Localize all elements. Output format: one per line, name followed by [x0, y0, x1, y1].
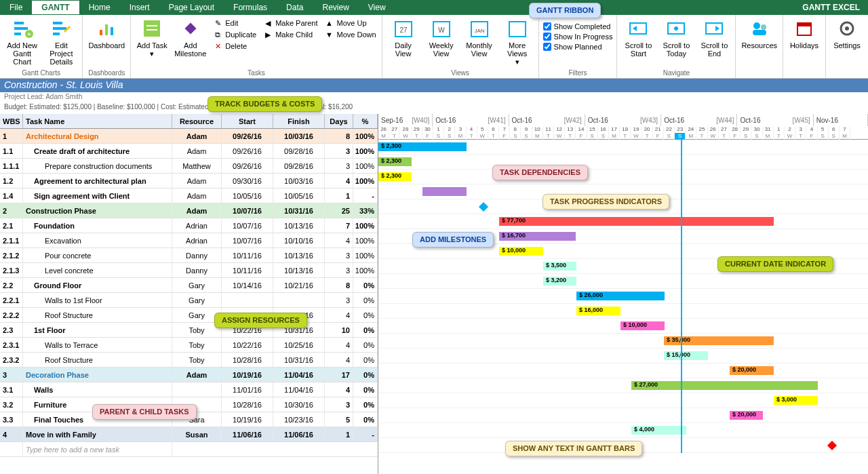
project-lead: Project Lead: Adam Smith: [0, 92, 868, 103]
bar-cost: $ 10,000: [502, 247, 526, 254]
menu-file[interactable]: File: [0, 1, 32, 14]
dashboard-button[interactable]: Dashboard: [85, 16, 127, 51]
menu-page layout[interactable]: Page Layout: [159, 1, 224, 14]
task-row[interactable]: 2.1FoundationAdrian10/07/1610/13/167100%: [0, 218, 378, 233]
delete-button[interactable]: ✕Delete: [210, 41, 259, 52]
menu-view[interactable]: View: [359, 1, 395, 14]
scroll-today-button[interactable]: Scroll to Today: [658, 16, 694, 59]
task-row[interactable]: 1.4Sign agreement with ClientAdam10/05/1…: [0, 189, 378, 203]
holidays-button[interactable]: Holidays: [786, 16, 823, 51]
bar-cost: $ 2,300: [381, 172, 401, 179]
menu-bar: FileGANTTHomeInsertPage LayoutFormulasDa…: [0, 0, 868, 15]
edit-task-button[interactable]: ✎Edit: [210, 18, 259, 28]
scroll-start-button[interactable]: Scroll to Start: [620, 16, 656, 59]
bar-cost: $ 35,000: [667, 336, 690, 343]
bar-cost: $ 20,000: [732, 366, 756, 373]
callout-deps: TASK DEPENDENCIES: [492, 165, 588, 180]
ribbon: +Add New Gantt Chart Edit Project Detail…: [0, 15, 868, 79]
task-row[interactable]: 1Architectural DesignAdam09/26/1610/03/1…: [0, 129, 378, 144]
task-row[interactable]: 1.2Agreement to architectural planAdam09…: [0, 174, 378, 189]
indent-icon: ▶: [263, 30, 273, 39]
svg-rect-28: [753, 30, 766, 35]
scroll-end-button[interactable]: Scroll to End: [696, 16, 732, 59]
gantt-row: $ 2,300: [378, 155, 868, 170]
task-row[interactable]: 2.2.2Roof StructureGary10/18/1610/21/164…: [0, 308, 378, 323]
task-row[interactable]: 3Decoration PhaseAdam10/19/1611/04/16170…: [0, 368, 378, 382]
menu-gantt[interactable]: GANTT: [32, 1, 79, 14]
new-task-row[interactable]: Type here to add a new task: [0, 442, 378, 457]
task-row[interactable]: 1.1Create draft of architectureAdam09/26…: [0, 144, 378, 159]
menu-data[interactable]: Data: [277, 1, 313, 14]
show-planned-check[interactable]: Show Planned: [542, 42, 614, 52]
bar-cost: $ 2,300: [381, 142, 401, 149]
menu-home[interactable]: Home: [79, 1, 120, 14]
task-row[interactable]: 2.2Ground FloorGary10/14/1610/21/1680%: [0, 278, 378, 293]
gantt-row: $ 20,000: [378, 363, 868, 378]
gantt-row: $ 27,000: [378, 378, 868, 393]
monthly-view-button[interactable]: JANMonthly View: [461, 16, 498, 59]
svg-point-32: [845, 26, 849, 31]
timeline-header: Sep-16[W40]Oct-16[W41]Oct-16[W42]Oct-16[…: [378, 114, 868, 140]
task-row[interactable]: 2.31st FloorToby10/22/1610/31/16100%: [0, 323, 378, 338]
task-row[interactable]: 1.1.1Prepare construction documentsMatth…: [0, 159, 378, 174]
daily-view-button[interactable]: 27Daily View: [385, 16, 422, 59]
task-row[interactable]: 2.1.1ExcavationAdrian10/07/1610/10/16410…: [0, 233, 378, 248]
task-row[interactable]: 2.1.2Pour concreteDanny10/11/1610/13/163…: [0, 248, 378, 263]
menu-review[interactable]: Review: [313, 1, 358, 14]
svg-rect-9: [105, 24, 108, 35]
duplicate-button[interactable]: ⧉Duplicate: [210, 29, 259, 40]
more-views-button[interactable]: More Views ▾: [499, 16, 536, 67]
show-completed-check[interactable]: Show Completed: [542, 22, 614, 31]
add-gantt-button[interactable]: +Add New Gantt Chart: [3, 16, 41, 67]
menu-insert[interactable]: Insert: [120, 1, 159, 14]
gantt-row: $ 2,300: [378, 170, 868, 184]
bar-cost: $ 27,000: [634, 381, 658, 388]
svg-text:W: W: [438, 26, 445, 34]
callout-current-date: CURRENT DATE INDICATOR: [717, 256, 833, 272]
svg-rect-10: [111, 27, 113, 35]
callout-bar-text: SHOW ANY TEXT IN GANTT BARS: [505, 441, 642, 456]
bar-cost: $ 16,000: [579, 307, 603, 313]
callout-milestones: ADD MILESTONES: [412, 232, 494, 248]
task-row[interactable]: 2.2.1Walls to 1st FloorGary30%: [0, 293, 378, 308]
bar-cost: $ 10,000: [623, 321, 647, 328]
app-title: GANTT EXCEL: [802, 3, 868, 12]
add-task-button[interactable]: Add Task ▾: [134, 16, 170, 59]
bar-cost: $ 2,300: [381, 157, 401, 164]
gantt-row: $ 77,700: [378, 214, 868, 229]
task-row[interactable]: 2.3.2Roof StructureToby10/28/1610/31/164…: [0, 353, 378, 368]
settings-button[interactable]: Settings: [829, 16, 865, 51]
milestone-icon[interactable]: [479, 202, 488, 212]
resources-button[interactable]: Resources: [738, 16, 780, 51]
gantt-row: $ 15,000: [378, 349, 868, 363]
move-down-button[interactable]: ▼Move Down: [322, 29, 379, 40]
svg-rect-21: [509, 22, 526, 37]
callout-ribbon: GANTT RIBBON: [529, 3, 601, 18]
make-parent-button[interactable]: ◀Make Parent: [260, 18, 320, 28]
gantt-bar[interactable]: [499, 217, 774, 226]
task-row[interactable]: 4Move in with FamilySusan11/06/1611/06/1…: [0, 427, 378, 442]
make-child-button[interactable]: ▶Make Child: [260, 29, 320, 40]
outdent-icon: ◀: [263, 18, 273, 28]
add-milestone-button[interactable]: Add Milestone: [172, 16, 209, 59]
gantt-row: $ 4,000: [378, 423, 868, 438]
svg-rect-8: [100, 30, 102, 35]
bar-cost: $ 15,000: [667, 351, 690, 358]
task-table: WBS Task Name Resource Start Finish Days…: [0, 114, 378, 474]
task-row[interactable]: 3.1Walls11/01/1611/04/1640%: [0, 382, 378, 397]
bar-cost: $ 3,200: [546, 277, 566, 283]
weekly-view-button[interactable]: WWeekly View: [423, 16, 460, 59]
edit-project-button[interactable]: Edit Project Details: [43, 16, 79, 67]
gantt-bar[interactable]: [422, 187, 467, 196]
gantt-bar[interactable]: [631, 381, 818, 390]
show-progress-check[interactable]: Show In Progress: [542, 32, 614, 41]
task-row[interactable]: 2.1.3Level concreteDanny10/11/1610/13/16…: [0, 263, 378, 278]
menu-formulas[interactable]: Formulas: [224, 1, 277, 14]
bar-cost: $ 3,500: [546, 262, 566, 269]
bar-cost: $ 3,000: [776, 396, 797, 403]
svg-rect-25: [706, 23, 722, 34]
task-row[interactable]: 2Construction PhaseAdam10/07/1610/31/162…: [0, 203, 378, 218]
milestone-icon[interactable]: [827, 441, 837, 450]
task-row[interactable]: 2.3.1Walls to TerraceToby10/22/1610/25/1…: [0, 338, 378, 353]
move-up-button[interactable]: ▲Move Up: [322, 18, 379, 28]
